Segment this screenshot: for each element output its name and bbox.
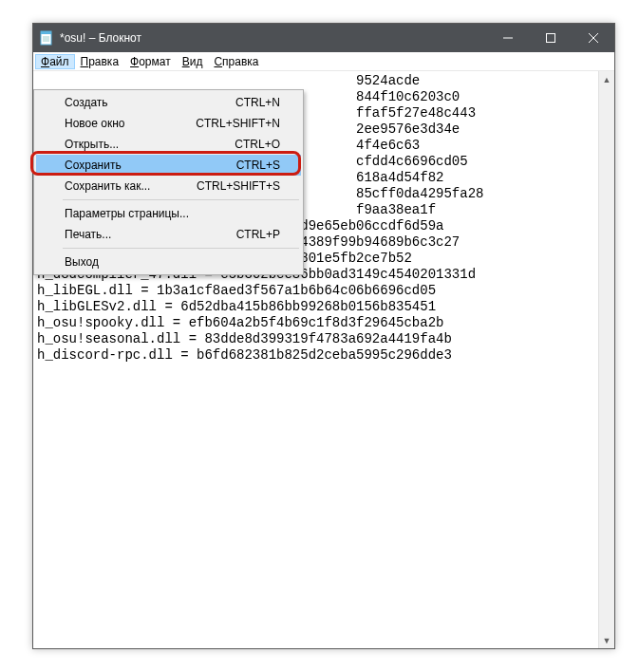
menu-item-сохранить[interactable]: СохранитьCTRL+S	[36, 155, 301, 176]
window-title: *osu! – Блокнот	[60, 31, 141, 45]
notepad-window: *osu! – Блокнот Файл Правка Формат Вид С…	[32, 23, 615, 649]
menu-item-label: Сохранить	[65, 159, 236, 172]
minimize-button[interactable]	[486, 24, 529, 52]
vertical-scrollbar[interactable]: ▲ ▼	[598, 71, 614, 648]
menu-file[interactable]: Файл	[35, 54, 75, 69]
maximize-button[interactable]	[529, 24, 572, 52]
menu-item-shortcut: CTRL+S	[236, 159, 280, 172]
menu-item-shortcut: CTRL+N	[235, 96, 280, 109]
menu-item-shortcut: CTRL+SHIFT+S	[197, 179, 280, 193]
file-menu-dropdown: СоздатьCTRL+NНовое окноCTRL+SHIFT+NОткры…	[33, 89, 304, 275]
svg-rect-6	[546, 34, 554, 43]
menu-item-label: Печать...	[65, 228, 236, 241]
menu-item-label: Открыть...	[65, 138, 235, 151]
menu-separator	[63, 248, 299, 249]
menu-edit[interactable]: Правка	[75, 54, 125, 69]
menu-item-shortcut: CTRL+P	[236, 228, 280, 241]
menu-separator	[63, 199, 299, 200]
editor-area[interactable]: 9524acde 844f10c6203c0 ffaf5f27e48c443 2…	[33, 71, 614, 648]
menu-item-новое-окно[interactable]: Новое окноCTRL+SHIFT+N	[36, 113, 301, 134]
menu-format[interactable]: Формат	[124, 54, 177, 69]
menu-item-label: Создать	[65, 96, 235, 109]
menu-item-label: Новое окно	[65, 117, 196, 130]
menu-item-параметры-страницы-[interactable]: Параметры страницы...	[36, 203, 301, 224]
menu-view[interactable]: Вид	[177, 54, 209, 69]
menu-help[interactable]: Справка	[208, 54, 264, 69]
menu-item-shortcut: CTRL+SHIFT+N	[196, 117, 280, 130]
svg-rect-1	[41, 31, 51, 34]
scroll-down-button[interactable]: ▼	[599, 632, 614, 648]
menubar: Файл Правка Формат Вид Справка	[33, 52, 614, 71]
menu-item-shortcut: CTRL+O	[235, 138, 280, 151]
menu-item-выход[interactable]: Выход	[36, 252, 301, 272]
menu-item-label: Сохранить как...	[65, 179, 197, 193]
menu-item-печать-[interactable]: Печать...CTRL+P	[36, 224, 301, 245]
menu-item-label: Выход	[65, 255, 280, 269]
menu-item-открыть-[interactable]: Открыть...CTRL+O	[36, 134, 301, 155]
titlebar[interactable]: *osu! – Блокнот	[33, 24, 614, 52]
menu-item-создать[interactable]: СоздатьCTRL+N	[36, 92, 301, 113]
window-controls	[486, 24, 614, 52]
close-button[interactable]	[572, 24, 614, 52]
menu-item-label: Параметры страницы...	[65, 207, 280, 220]
menu-item-сохранить-как-[interactable]: Сохранить как...CTRL+SHIFT+S	[36, 176, 301, 196]
notepad-icon	[39, 30, 54, 46]
scroll-up-button[interactable]: ▲	[599, 71, 614, 87]
